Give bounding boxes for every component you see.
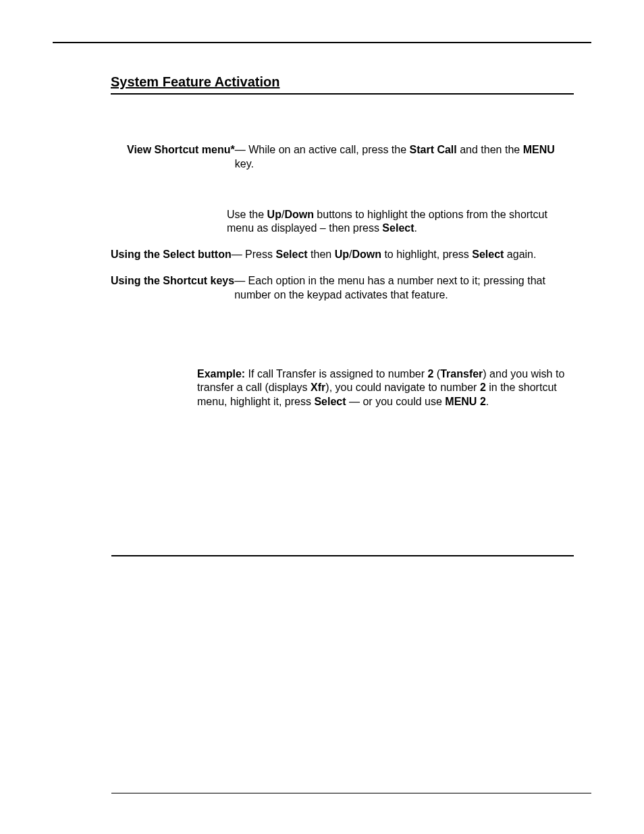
up-down-select-text: Use the Up/Down buttons to highlight the…	[227, 208, 574, 236]
text: If call Transfer is assigned to number	[248, 368, 428, 380]
select-key: Select	[382, 222, 414, 234]
select-key: Select	[472, 249, 504, 260]
select-key: Select	[314, 396, 346, 407]
text: .	[414, 222, 417, 234]
text: ), you could navigate to number	[325, 382, 480, 393]
using-select-button-block: Using the Select button — Press Select t…	[111, 248, 574, 262]
text: (	[433, 368, 440, 380]
menu-key: MENU	[523, 144, 555, 155]
using-shortcut-keys-label: Using the Shortcut keys	[111, 274, 234, 303]
xfr-label: Xfr	[311, 382, 325, 393]
top-rule	[53, 42, 591, 43]
down-key: Down	[284, 209, 314, 220]
text: Use the	[227, 209, 267, 220]
using-select-button-text: — Press Select then Up/Down to highlight…	[232, 248, 574, 262]
page: System Feature Activation View Shortcut …	[0, 0, 644, 834]
text: and then the	[457, 144, 523, 155]
footer-rule	[111, 793, 591, 793]
menu-key: MENU	[445, 396, 477, 407]
transfer-label: Transfer	[440, 368, 483, 380]
text: to highlight, press	[381, 249, 472, 260]
up-key: Up	[335, 249, 349, 260]
view-shortcut-menu-block: View Shortcut menu* — While on an active…	[127, 143, 574, 172]
using-shortcut-keys-block: Using the Shortcut keys — Each option in…	[111, 274, 574, 303]
example-block: Example: If call Transfer is assigned to…	[197, 367, 574, 409]
text: — or you could use	[346, 396, 446, 407]
down-key: Down	[352, 249, 381, 260]
using-select-button-label: Using the Select button	[111, 248, 232, 262]
view-shortcut-menu-text: — While on an active call, press the Sta…	[235, 143, 574, 172]
text: — Each option in the menu has a number n…	[234, 275, 545, 301]
select-key: Select	[275, 249, 307, 260]
view-shortcut-menu-label: View Shortcut menu*	[127, 143, 235, 172]
up-key: Up	[267, 209, 281, 220]
start-call-key: Start Call	[410, 144, 457, 155]
example-label: Example:	[197, 368, 245, 380]
text: key.	[235, 158, 254, 170]
section-title: System Feature Activation	[111, 74, 279, 89]
content-bottom-rule	[111, 555, 574, 556]
text: — Press	[232, 249, 276, 260]
content: View Shortcut menu* — While on an active…	[111, 115, 574, 409]
num-2-key: 2	[480, 396, 486, 407]
text: .	[486, 396, 489, 407]
num-2-key: 2	[480, 382, 486, 393]
text: — While on an active call, press the	[235, 144, 410, 155]
text: then	[308, 249, 335, 260]
using-shortcut-keys-text: — Each option in the menu has a number n…	[234, 274, 574, 303]
section-header-wrap: System Feature Activation	[111, 73, 574, 95]
text: again.	[504, 249, 536, 260]
